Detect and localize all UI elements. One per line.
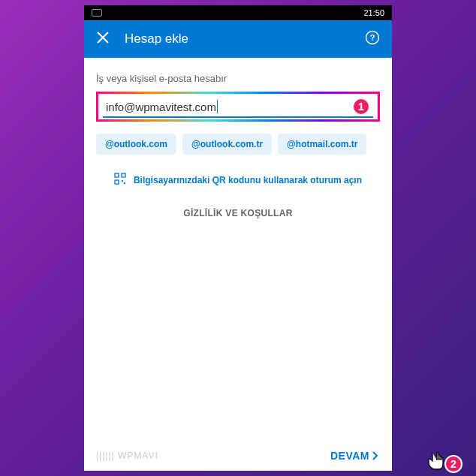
svg-text:?: ? [370, 33, 375, 42]
callout-badge-1: 1 [352, 98, 370, 116]
app-header: Hesap ekle ? [84, 20, 392, 58]
status-time: 21:50 [363, 8, 384, 17]
privacy-link[interactable]: GİZLİLİK VE KOŞULLAR [96, 208, 380, 218]
chevron-right-icon [371, 451, 380, 460]
qr-signin-link[interactable]: Bilgisayarınızdaki QR kodunu kullanarak … [96, 173, 380, 187]
watermark: |||||| WPMAVI [96, 450, 158, 461]
suggestion-outlook-com[interactable]: @outlook.com [96, 134, 176, 155]
text-cursor [217, 100, 218, 113]
continue-label: DEVAM [330, 450, 369, 462]
status-left [92, 9, 102, 17]
suggestion-outlook-com-tr[interactable]: @outlook.com.tr [182, 134, 272, 155]
keyboard-icon [92, 9, 102, 17]
svg-rect-5 [122, 180, 123, 182]
svg-rect-2 [115, 173, 119, 177]
qr-icon [114, 173, 126, 187]
svg-rect-4 [115, 180, 119, 184]
cursor-hand-icon [426, 450, 446, 474]
suggestion-row: @outlook.com @outlook.com.tr @hotmail.co… [96, 134, 380, 155]
close-icon[interactable] [96, 31, 110, 47]
email-label: İş veya kişisel e-posta hesabır [96, 73, 380, 84]
suggestion-hotmail-com-tr[interactable]: @hotmail.com.tr [278, 134, 366, 155]
footer: |||||| WPMAVI DEVAM [84, 441, 392, 471]
help-icon[interactable]: ? [365, 30, 380, 48]
content-area: İş veya kişisel e-posta hesabır info@wpm… [84, 58, 392, 233]
svg-rect-6 [124, 182, 125, 184]
status-bar: 21:50 [84, 5, 392, 20]
email-input-wrapper[interactable]: info@wpmavitest.com 1 [96, 92, 380, 122]
callout-badge-2: 2 [444, 455, 462, 473]
qr-text: Bilgisayarınızdaki QR kodunu kullanarak … [134, 175, 362, 185]
continue-button[interactable]: DEVAM [330, 450, 380, 462]
page-title: Hesap ekle [125, 32, 350, 47]
email-input[interactable]: info@wpmavitest.com [106, 101, 216, 113]
input-underline [103, 116, 373, 118]
phone-frame: 21:50 Hesap ekle ? İş veya kişisel e-pos… [84, 5, 392, 471]
svg-rect-3 [122, 173, 125, 177]
